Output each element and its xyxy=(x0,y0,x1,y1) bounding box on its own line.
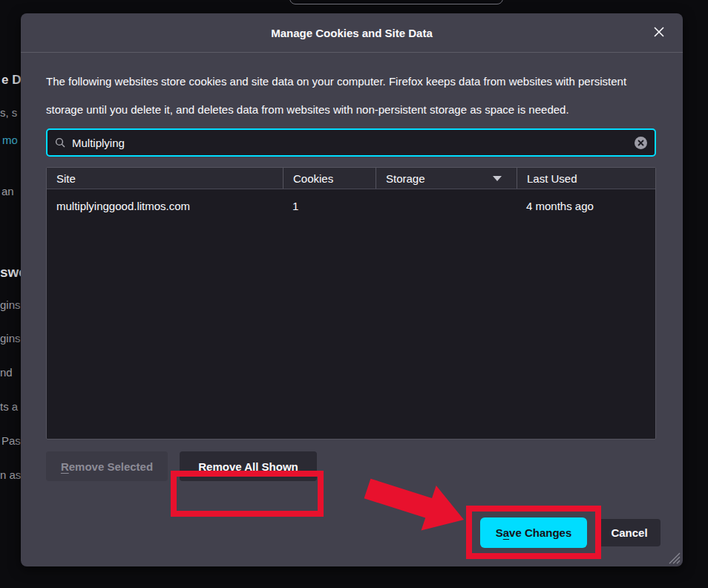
search-field[interactable] xyxy=(46,128,656,157)
background-text-fragment: gins xyxy=(0,298,21,311)
table-row[interactable]: multiplyinggood.litmos.com 1 4 months ag… xyxy=(47,195,655,217)
search-icon xyxy=(55,137,66,148)
background-text-fragment: e D xyxy=(1,73,21,88)
search-input[interactable] xyxy=(72,137,635,149)
dialog-content: The following websites store cookies and… xyxy=(21,68,683,481)
table-body: multiplyinggood.litmos.com 1 4 months ag… xyxy=(47,189,655,217)
remove-actions-row: Remove Selected Remove All Shown xyxy=(46,451,658,481)
column-header-label: Storage xyxy=(386,172,425,185)
background-popup-outline xyxy=(289,0,503,4)
button-label-part: emove Selected xyxy=(69,460,153,473)
sort-triangle-down-icon[interactable] xyxy=(493,176,502,181)
button-label-part: S xyxy=(496,526,503,539)
button-label-part: R xyxy=(198,460,206,473)
background-link-fragment: mo xyxy=(2,134,18,146)
button-label: Cancel xyxy=(611,526,647,539)
close-button[interactable] xyxy=(649,23,669,44)
column-header-storage[interactable]: Storage xyxy=(376,168,517,189)
resize-grip-icon[interactable] xyxy=(665,549,681,564)
cancel-button[interactable]: Cancel xyxy=(598,519,661,546)
clear-icon xyxy=(637,140,644,146)
background-text-fragment: an xyxy=(1,185,14,197)
column-header-cookies[interactable]: Cookies xyxy=(283,168,376,189)
cell-site: multiplyinggood.litmos.com xyxy=(47,200,283,212)
column-header-label: Cookies xyxy=(293,172,333,185)
save-changes-button[interactable]: Save Changes xyxy=(480,517,587,548)
column-header-site[interactable]: Site xyxy=(47,168,283,189)
dialog-titlebar: Manage Cookies and Site Data xyxy=(21,13,683,53)
column-header-last-used[interactable]: Last Used xyxy=(517,168,655,189)
dialog-description: The following websites store cookies and… xyxy=(46,68,658,124)
background-text-fragment: n as xyxy=(0,468,21,481)
dialog-title: Manage Cookies and Site Data xyxy=(271,27,433,39)
background-text-fragment: Pas xyxy=(1,434,21,447)
remove-all-shown-button[interactable]: Remove All Shown xyxy=(180,451,317,481)
close-icon xyxy=(653,26,665,41)
button-label-part: move All Shown xyxy=(212,460,298,473)
button-label-part: ve Changes xyxy=(509,526,571,539)
column-header-label: Site xyxy=(56,172,76,185)
table-header-row: Site Cookies Storage Last Used xyxy=(47,168,655,189)
manage-cookies-dialog: Manage Cookies and Site Data The followi… xyxy=(21,13,683,566)
cell-cookies: 1 xyxy=(283,200,376,212)
remove-selected-button: Remove Selected xyxy=(46,451,168,481)
background-text-fragment: nd xyxy=(0,366,13,379)
site-data-table: Site Cookies Storage Last Used multiplyi… xyxy=(46,167,656,440)
access-key: R xyxy=(61,460,69,473)
background-text-fragment: s, s xyxy=(0,106,17,119)
access-key: a xyxy=(503,526,509,539)
column-header-label: Last Used xyxy=(527,172,577,185)
cell-last-used: 4 months ago xyxy=(517,200,655,212)
background-text-fragment: ts a xyxy=(0,400,18,413)
background-text-fragment: gins xyxy=(0,332,21,344)
clear-search-button[interactable] xyxy=(635,137,647,149)
